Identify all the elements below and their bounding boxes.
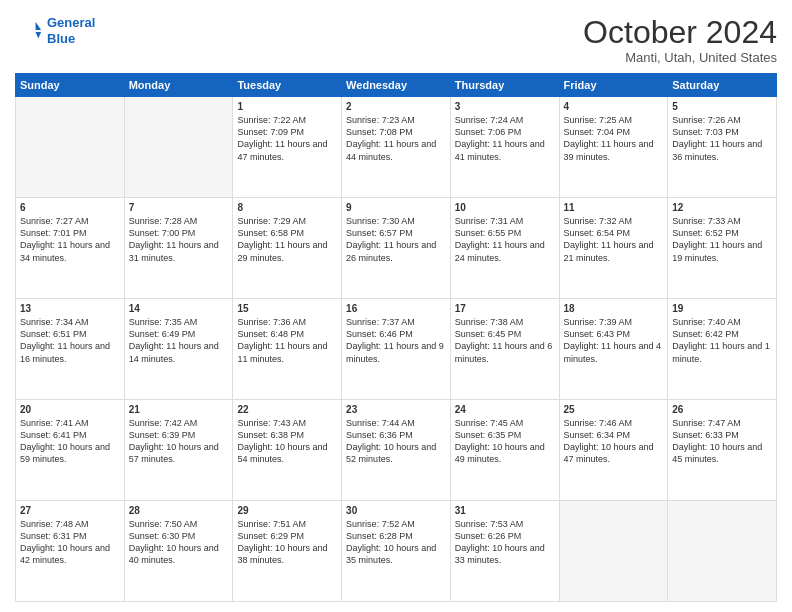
calendar-cell <box>124 97 233 198</box>
day-info: Sunrise: 7:44 AM Sunset: 6:36 PM Dayligh… <box>346 417 446 466</box>
calendar-cell <box>16 97 125 198</box>
col-sunday: Sunday <box>16 74 125 97</box>
day-number: 1 <box>237 100 337 113</box>
day-number: 2 <box>346 100 446 113</box>
day-number: 10 <box>455 201 555 214</box>
calendar-cell: 12Sunrise: 7:33 AM Sunset: 6:52 PM Dayli… <box>668 198 777 299</box>
calendar-cell: 19Sunrise: 7:40 AM Sunset: 6:42 PM Dayli… <box>668 299 777 400</box>
day-info: Sunrise: 7:32 AM Sunset: 6:54 PM Dayligh… <box>564 215 664 264</box>
day-info: Sunrise: 7:29 AM Sunset: 6:58 PM Dayligh… <box>237 215 337 264</box>
day-info: Sunrise: 7:33 AM Sunset: 6:52 PM Dayligh… <box>672 215 772 264</box>
col-thursday: Thursday <box>450 74 559 97</box>
calendar-cell: 24Sunrise: 7:45 AM Sunset: 6:35 PM Dayli… <box>450 400 559 501</box>
calendar-cell: 31Sunrise: 7:53 AM Sunset: 6:26 PM Dayli… <box>450 501 559 602</box>
location: Manti, Utah, United States <box>583 50 777 65</box>
calendar-cell: 6Sunrise: 7:27 AM Sunset: 7:01 PM Daylig… <box>16 198 125 299</box>
calendar-cell: 5Sunrise: 7:26 AM Sunset: 7:03 PM Daylig… <box>668 97 777 198</box>
day-number: 31 <box>455 504 555 517</box>
week-row-2: 13Sunrise: 7:34 AM Sunset: 6:51 PM Dayli… <box>16 299 777 400</box>
calendar-cell: 22Sunrise: 7:43 AM Sunset: 6:38 PM Dayli… <box>233 400 342 501</box>
day-info: Sunrise: 7:45 AM Sunset: 6:35 PM Dayligh… <box>455 417 555 466</box>
col-tuesday: Tuesday <box>233 74 342 97</box>
day-number: 14 <box>129 302 229 315</box>
calendar-cell <box>559 501 668 602</box>
day-number: 29 <box>237 504 337 517</box>
calendar-cell: 26Sunrise: 7:47 AM Sunset: 6:33 PM Dayli… <box>668 400 777 501</box>
title-block: October 2024 Manti, Utah, United States <box>583 15 777 65</box>
calendar-cell: 23Sunrise: 7:44 AM Sunset: 6:36 PM Dayli… <box>342 400 451 501</box>
day-info: Sunrise: 7:28 AM Sunset: 7:00 PM Dayligh… <box>129 215 229 264</box>
day-info: Sunrise: 7:27 AM Sunset: 7:01 PM Dayligh… <box>20 215 120 264</box>
calendar-cell: 21Sunrise: 7:42 AM Sunset: 6:39 PM Dayli… <box>124 400 233 501</box>
calendar-cell: 17Sunrise: 7:38 AM Sunset: 6:45 PM Dayli… <box>450 299 559 400</box>
day-number: 25 <box>564 403 664 416</box>
day-info: Sunrise: 7:42 AM Sunset: 6:39 PM Dayligh… <box>129 417 229 466</box>
svg-marker-0 <box>36 21 42 29</box>
day-number: 18 <box>564 302 664 315</box>
day-info: Sunrise: 7:36 AM Sunset: 6:48 PM Dayligh… <box>237 316 337 365</box>
col-friday: Friday <box>559 74 668 97</box>
day-number: 9 <box>346 201 446 214</box>
day-number: 6 <box>20 201 120 214</box>
calendar-cell: 16Sunrise: 7:37 AM Sunset: 6:46 PM Dayli… <box>342 299 451 400</box>
day-info: Sunrise: 7:48 AM Sunset: 6:31 PM Dayligh… <box>20 518 120 567</box>
day-number: 8 <box>237 201 337 214</box>
week-row-4: 27Sunrise: 7:48 AM Sunset: 6:31 PM Dayli… <box>16 501 777 602</box>
day-info: Sunrise: 7:34 AM Sunset: 6:51 PM Dayligh… <box>20 316 120 365</box>
calendar-cell: 14Sunrise: 7:35 AM Sunset: 6:49 PM Dayli… <box>124 299 233 400</box>
calendar-cell: 20Sunrise: 7:41 AM Sunset: 6:41 PM Dayli… <box>16 400 125 501</box>
col-wednesday: Wednesday <box>342 74 451 97</box>
day-info: Sunrise: 7:52 AM Sunset: 6:28 PM Dayligh… <box>346 518 446 567</box>
day-number: 3 <box>455 100 555 113</box>
day-number: 30 <box>346 504 446 517</box>
day-info: Sunrise: 7:38 AM Sunset: 6:45 PM Dayligh… <box>455 316 555 365</box>
day-number: 24 <box>455 403 555 416</box>
svg-marker-1 <box>36 32 42 39</box>
day-number: 20 <box>20 403 120 416</box>
day-number: 19 <box>672 302 772 315</box>
day-number: 22 <box>237 403 337 416</box>
day-info: Sunrise: 7:25 AM Sunset: 7:04 PM Dayligh… <box>564 114 664 163</box>
weekday-header-row: Sunday Monday Tuesday Wednesday Thursday… <box>16 74 777 97</box>
calendar-cell: 11Sunrise: 7:32 AM Sunset: 6:54 PM Dayli… <box>559 198 668 299</box>
day-info: Sunrise: 7:23 AM Sunset: 7:08 PM Dayligh… <box>346 114 446 163</box>
day-info: Sunrise: 7:24 AM Sunset: 7:06 PM Dayligh… <box>455 114 555 163</box>
calendar-container: General Blue October 2024 Manti, Utah, U… <box>0 0 792 612</box>
day-number: 13 <box>20 302 120 315</box>
calendar-cell: 29Sunrise: 7:51 AM Sunset: 6:29 PM Dayli… <box>233 501 342 602</box>
day-number: 23 <box>346 403 446 416</box>
day-info: Sunrise: 7:39 AM Sunset: 6:43 PM Dayligh… <box>564 316 664 365</box>
calendar-cell: 2Sunrise: 7:23 AM Sunset: 7:08 PM Daylig… <box>342 97 451 198</box>
calendar-cell: 25Sunrise: 7:46 AM Sunset: 6:34 PM Dayli… <box>559 400 668 501</box>
day-info: Sunrise: 7:41 AM Sunset: 6:41 PM Dayligh… <box>20 417 120 466</box>
day-info: Sunrise: 7:35 AM Sunset: 6:49 PM Dayligh… <box>129 316 229 365</box>
day-number: 5 <box>672 100 772 113</box>
calendar-cell: 18Sunrise: 7:39 AM Sunset: 6:43 PM Dayli… <box>559 299 668 400</box>
day-info: Sunrise: 7:51 AM Sunset: 6:29 PM Dayligh… <box>237 518 337 567</box>
day-info: Sunrise: 7:37 AM Sunset: 6:46 PM Dayligh… <box>346 316 446 365</box>
day-number: 16 <box>346 302 446 315</box>
calendar-cell: 13Sunrise: 7:34 AM Sunset: 6:51 PM Dayli… <box>16 299 125 400</box>
calendar-cell: 9Sunrise: 7:30 AM Sunset: 6:57 PM Daylig… <box>342 198 451 299</box>
day-info: Sunrise: 7:30 AM Sunset: 6:57 PM Dayligh… <box>346 215 446 264</box>
header: General Blue October 2024 Manti, Utah, U… <box>15 15 777 65</box>
calendar-cell: 27Sunrise: 7:48 AM Sunset: 6:31 PM Dayli… <box>16 501 125 602</box>
day-info: Sunrise: 7:46 AM Sunset: 6:34 PM Dayligh… <box>564 417 664 466</box>
calendar-cell: 1Sunrise: 7:22 AM Sunset: 7:09 PM Daylig… <box>233 97 342 198</box>
day-info: Sunrise: 7:50 AM Sunset: 6:30 PM Dayligh… <box>129 518 229 567</box>
col-monday: Monday <box>124 74 233 97</box>
day-number: 27 <box>20 504 120 517</box>
calendar-cell: 28Sunrise: 7:50 AM Sunset: 6:30 PM Dayli… <box>124 501 233 602</box>
day-number: 11 <box>564 201 664 214</box>
logo: General Blue <box>15 15 95 46</box>
calendar-table: Sunday Monday Tuesday Wednesday Thursday… <box>15 73 777 602</box>
week-row-3: 20Sunrise: 7:41 AM Sunset: 6:41 PM Dayli… <box>16 400 777 501</box>
day-number: 7 <box>129 201 229 214</box>
week-row-1: 6Sunrise: 7:27 AM Sunset: 7:01 PM Daylig… <box>16 198 777 299</box>
logo-icon <box>15 17 43 45</box>
day-number: 4 <box>564 100 664 113</box>
day-number: 21 <box>129 403 229 416</box>
calendar-cell: 30Sunrise: 7:52 AM Sunset: 6:28 PM Dayli… <box>342 501 451 602</box>
calendar-cell: 3Sunrise: 7:24 AM Sunset: 7:06 PM Daylig… <box>450 97 559 198</box>
calendar-cell: 4Sunrise: 7:25 AM Sunset: 7:04 PM Daylig… <box>559 97 668 198</box>
